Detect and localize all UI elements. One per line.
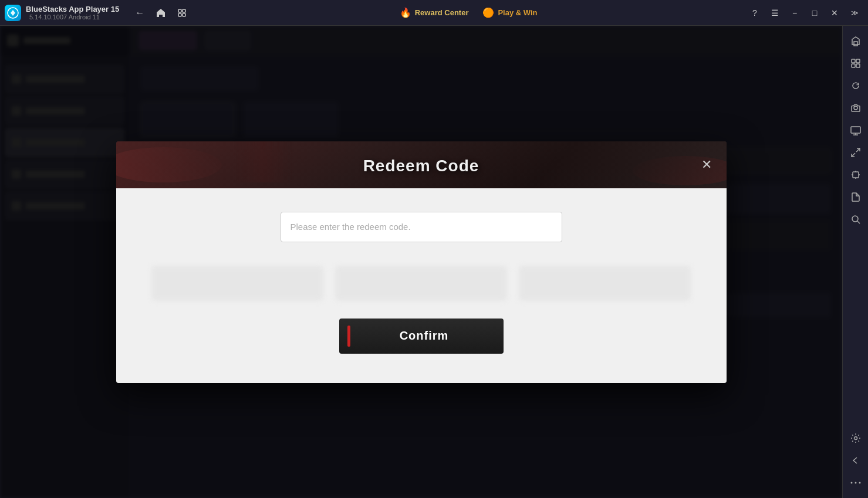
- blurred-card-2: [335, 266, 507, 301]
- reward-center-button[interactable]: 🔥 Reward Center: [400, 7, 469, 18]
- svg-point-22: [859, 482, 860, 484]
- modal-header: Redeem Code ✕: [116, 141, 727, 188]
- titlebar-center: 🔥 Reward Center 🟠 Play & Win: [191, 7, 746, 18]
- sidebar-camera-icon[interactable]: [845, 97, 866, 118]
- sidebar-monitor-icon[interactable]: [845, 120, 866, 141]
- expand-button[interactable]: ≫: [846, 4, 863, 22]
- svg-rect-7: [856, 59, 860, 63]
- svg-point-21: [855, 482, 856, 484]
- redeem-code-modal: Redeem Code ✕ Confirm: [116, 141, 727, 383]
- svg-line-15: [852, 153, 855, 157]
- sidebar-rotate-icon[interactable]: [845, 164, 866, 185]
- confirm-button[interactable]: Confirm: [339, 319, 504, 354]
- minimize-button[interactable]: −: [786, 4, 803, 22]
- main-content: Redeem Code ✕ Confirm: [0, 26, 842, 498]
- confirm-button-label: Confirm: [400, 329, 449, 343]
- app-version: 5.14.10.1007 Android 11: [29, 13, 119, 21]
- help-button[interactable]: ?: [746, 4, 764, 22]
- app-name: BlueStacks App Player 15: [26, 5, 119, 13]
- svg-point-19: [854, 437, 857, 440]
- app-logo: [5, 5, 21, 21]
- svg-rect-8: [852, 64, 855, 67]
- sidebar-back-icon[interactable]: [845, 450, 866, 471]
- sidebar-file-icon[interactable]: [845, 187, 866, 208]
- menu-button[interactable]: ☰: [766, 4, 783, 22]
- svg-rect-1: [178, 9, 181, 12]
- sidebar-refresh-icon[interactable]: [845, 75, 866, 96]
- input-section: [151, 212, 691, 242]
- sidebar-settings-icon[interactable]: [845, 428, 866, 449]
- nav-buttons: ←: [131, 4, 191, 22]
- titlebar: BlueStacks App Player 15 5.14.10.1007 An…: [0, 0, 868, 26]
- sidebar-more-icon[interactable]: [845, 472, 866, 493]
- svg-rect-4: [183, 13, 185, 16]
- svg-rect-3: [178, 13, 181, 16]
- maximize-button[interactable]: □: [806, 4, 823, 22]
- sidebar-grid-icon[interactable]: [845, 53, 866, 74]
- svg-rect-16: [853, 172, 859, 178]
- confirm-section: Confirm: [151, 319, 691, 354]
- modal-body: Confirm: [116, 188, 727, 383]
- svg-rect-6: [852, 59, 855, 63]
- close-button[interactable]: ✕: [826, 4, 843, 22]
- svg-point-17: [852, 216, 858, 222]
- nav-back-button[interactable]: ←: [131, 4, 148, 22]
- modal-title: Redeem Code: [363, 157, 479, 175]
- svg-point-20: [850, 482, 852, 484]
- blurred-card-3: [519, 266, 691, 301]
- svg-rect-2: [183, 9, 185, 12]
- sidebar-resize-icon[interactable]: [845, 142, 866, 163]
- svg-rect-9: [856, 64, 860, 67]
- svg-line-18: [857, 221, 860, 223]
- blurred-card-1: [151, 266, 323, 301]
- confirm-button-accent: [347, 326, 350, 347]
- sidebar-expand-icon[interactable]: [845, 31, 866, 52]
- svg-line-14: [856, 148, 860, 152]
- nav-tabs-button[interactable]: [173, 4, 191, 22]
- window-controls: ? ☰ − □ ✕ ≫: [746, 4, 863, 22]
- modal-close-button[interactable]: ✕: [696, 154, 717, 175]
- blurred-items-row1: [151, 266, 691, 301]
- right-sidebar: [842, 26, 868, 498]
- sidebar-search-icon[interactable]: [845, 209, 866, 230]
- redeem-code-input[interactable]: [281, 212, 562, 242]
- svg-rect-11: [851, 127, 860, 133]
- play-win-button[interactable]: 🟠 Play & Win: [482, 7, 537, 18]
- svg-rect-5: [854, 42, 857, 46]
- nav-home-button[interactable]: [152, 4, 170, 22]
- svg-point-10: [854, 106, 857, 110]
